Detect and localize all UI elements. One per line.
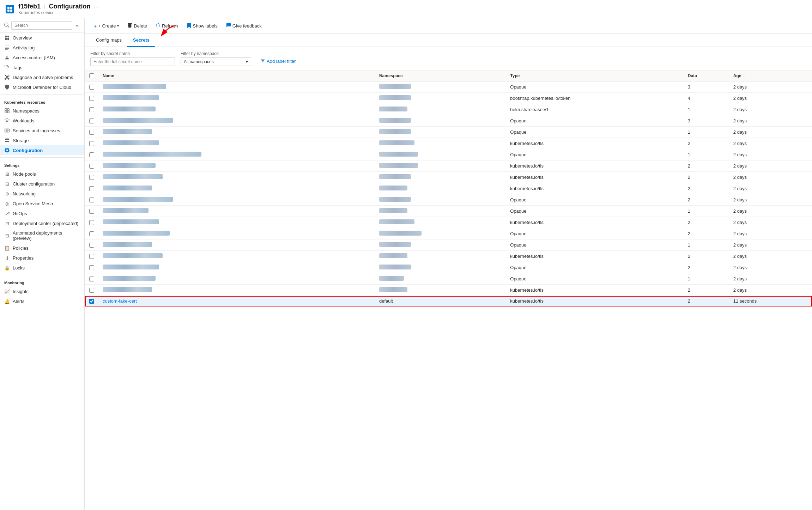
row-checkbox[interactable]	[89, 152, 94, 157]
give-feedback-button[interactable]: Give feedback	[223, 21, 265, 31]
cell-name[interactable]	[98, 251, 375, 262]
row-checkbox[interactable]	[89, 231, 94, 236]
cell-name[interactable]	[98, 217, 375, 228]
sidebar-item-insights[interactable]: 📈 Insights	[0, 286, 84, 296]
row-checkbox[interactable]	[89, 175, 94, 180]
table-row[interactable]: Opaque12 days	[85, 273, 812, 285]
row-checkbox[interactable]	[89, 96, 94, 101]
cell-name[interactable]: custom-fake-cert	[98, 296, 375, 306]
sidebar-search-input[interactable]	[11, 21, 72, 30]
table-row[interactable]: Opaque32 days	[85, 81, 812, 93]
add-label-filter-button[interactable]: Add label filter	[257, 56, 299, 66]
row-checkbox[interactable]	[89, 119, 94, 123]
cell-name[interactable]	[98, 127, 375, 138]
cell-name[interactable]	[98, 93, 375, 104]
refresh-button[interactable]: Refresh	[152, 21, 182, 31]
table-row[interactable]: helm.sh/release.v112 days	[85, 104, 812, 115]
row-checkbox[interactable]	[89, 243, 94, 248]
cell-name[interactable]	[98, 138, 375, 149]
cell-name[interactable]	[98, 194, 375, 206]
table-row[interactable]: kubernetes.io/tls22 days	[85, 183, 812, 194]
cell-name[interactable]	[98, 262, 375, 273]
tab-secrets[interactable]: Secrets	[127, 34, 155, 47]
th-age[interactable]: Age ↓	[729, 71, 812, 81]
cell-name[interactable]	[98, 115, 375, 127]
table-row[interactable]: kubernetes.io/tls22 days	[85, 172, 812, 183]
sidebar-item-networking[interactable]: ⊕ Networking	[0, 189, 84, 199]
th-namespace[interactable]: Namespace	[375, 71, 506, 81]
sidebar-item-activity-log[interactable]: Activity log	[0, 43, 84, 53]
row-checkbox[interactable]	[89, 254, 94, 259]
delete-button[interactable]: Delete	[124, 21, 151, 31]
table-row[interactable]: Opaque32 days	[85, 115, 812, 127]
table-row[interactable]: kubernetes.io/tls22 days	[85, 138, 812, 149]
select-all-checkbox[interactable]	[89, 73, 94, 78]
table-row[interactable]: Opaque12 days	[85, 149, 812, 160]
th-name[interactable]: Name	[98, 71, 375, 81]
row-checkbox[interactable]	[89, 107, 94, 112]
table-row[interactable]: Opaque22 days	[85, 194, 812, 206]
cell-name[interactable]	[98, 273, 375, 285]
sidebar-item-diagnose[interactable]: Diagnose and solve problems	[0, 72, 84, 82]
sidebar-item-locks[interactable]: 🔒 Locks	[0, 263, 84, 273]
sidebar-collapse-btn[interactable]: «	[74, 21, 80, 30]
cell-name[interactable]	[98, 149, 375, 160]
row-checkbox[interactable]	[89, 141, 94, 146]
row-checkbox[interactable]	[89, 220, 94, 225]
sidebar-item-storage[interactable]: Storage	[0, 135, 84, 145]
row-checkbox[interactable]	[89, 130, 94, 135]
sidebar-item-open-service-mesh[interactable]: ◎ Open Service Mesh	[0, 199, 84, 208]
table-row[interactable]: Opaque12 days	[85, 206, 812, 217]
cell-name[interactable]	[98, 285, 375, 296]
tab-config-maps[interactable]: Config maps	[90, 34, 127, 47]
sidebar-item-policies[interactable]: 📋 Policies	[0, 243, 84, 253]
row-checkbox[interactable]	[89, 186, 94, 191]
cell-name[interactable]	[98, 206, 375, 217]
header-ellipsis-btn[interactable]: ···	[94, 4, 98, 10]
table-row[interactable]: kubernetes.io/tls22 days	[85, 251, 812, 262]
sidebar-item-namespaces[interactable]: Namespaces	[0, 106, 84, 116]
cell-name[interactable]	[98, 81, 375, 93]
table-row[interactable]: Opaque12 days	[85, 127, 812, 138]
sidebar-item-gitops[interactable]: ⎇ GitOps	[0, 208, 84, 218]
row-checkbox[interactable]	[89, 299, 94, 304]
table-row[interactable]: kubernetes.io/tls22 days	[85, 160, 812, 172]
row-checkbox[interactable]	[89, 85, 94, 90]
sidebar-item-defender[interactable]: Microsoft Defender for Cloud	[0, 82, 84, 92]
table-row[interactable]: custom-fake-certdefaultkubernetes.io/tls…	[85, 296, 812, 306]
sidebar-item-cluster-config[interactable]: ⊟ Cluster configuration	[0, 179, 84, 189]
sidebar-item-alerts[interactable]: 🔔 Alerts	[0, 296, 84, 306]
table-row[interactable]: kubernetes.io/tls22 days	[85, 285, 812, 296]
filter-namespace-select[interactable]: All namespaces ▾	[181, 57, 251, 66]
row-checkbox[interactable]	[89, 198, 94, 202]
sidebar-item-properties[interactable]: ℹ Properties	[0, 253, 84, 263]
table-row[interactable]: kubernetes.io/tls22 days	[85, 217, 812, 228]
cell-name[interactable]	[98, 160, 375, 172]
sidebar-item-services[interactable]: Services and ingresses	[0, 126, 84, 135]
row-checkbox[interactable]	[89, 164, 94, 169]
table-row[interactable]: bootstrap.kubernetes.io/token42 days	[85, 93, 812, 104]
row-checkbox[interactable]	[89, 288, 94, 293]
sidebar-item-tags[interactable]: Tags	[0, 62, 84, 72]
th-type[interactable]: Type	[506, 71, 684, 81]
row-checkbox[interactable]	[89, 209, 94, 214]
cell-name[interactable]	[98, 104, 375, 115]
cell-name[interactable]	[98, 172, 375, 183]
create-button[interactable]: + + Create ▾	[90, 22, 122, 31]
row-checkbox[interactable]	[89, 265, 94, 270]
sidebar-item-workloads[interactable]: Workloads	[0, 116, 84, 126]
sidebar-item-overview[interactable]: Overview	[0, 33, 84, 43]
sidebar-item-node-pools[interactable]: ⊞ Node pools	[0, 169, 84, 179]
filter-secret-name-input[interactable]	[90, 57, 175, 66]
table-row[interactable]: Opaque22 days	[85, 262, 812, 273]
sidebar-item-automated-deployments[interactable]: ⊟ Automated deployments (preview)	[0, 228, 84, 243]
table-row[interactable]: Opaque12 days	[85, 239, 812, 251]
show-labels-button[interactable]: Show labels	[183, 21, 221, 31]
table-row[interactable]: Opaque22 days	[85, 228, 812, 239]
sidebar-item-deployment-center[interactable]: ⊡ Deployment center (deprecated)	[0, 218, 84, 228]
sidebar-item-configuration[interactable]: Configuration	[0, 145, 84, 155]
sidebar-item-access-control[interactable]: Access control (IAM)	[0, 53, 84, 62]
th-data[interactable]: Data	[684, 71, 729, 81]
cell-name[interactable]	[98, 228, 375, 239]
cell-name[interactable]	[98, 239, 375, 251]
